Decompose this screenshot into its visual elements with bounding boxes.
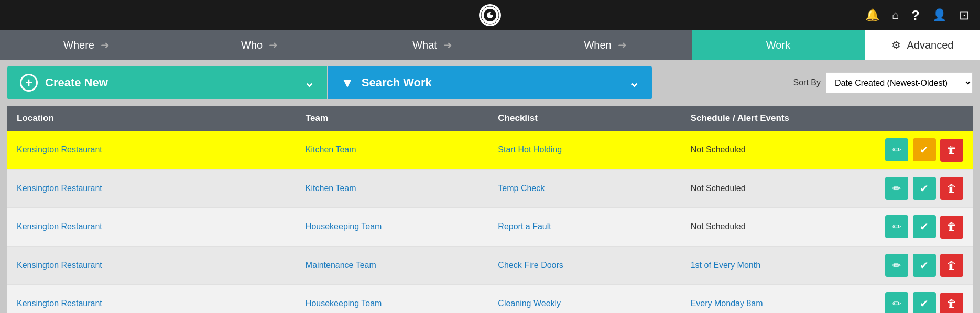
table-row: Kensington Restaurant Housekeeping Team … — [7, 208, 973, 247]
search-work-label: Search Work — [362, 76, 432, 90]
step-who-arrow: ➜ — [269, 39, 278, 51]
toolbar: + Create New ⌄ ▼ Search Work ⌄ Sort By D… — [0, 60, 980, 106]
plus-icon: + — [20, 74, 38, 92]
search-chevron-icon: ⌄ — [629, 75, 639, 90]
create-new-label: Create New — [45, 76, 108, 90]
approve-button[interactable]: ✔ — [913, 292, 936, 313]
col-schedule: Schedule / Alert Events — [681, 106, 874, 131]
cell-team[interactable]: Housekeeping Team — [296, 285, 488, 314]
step-who[interactable]: Who ➜ — [173, 30, 346, 60]
step-when-arrow: ➜ — [618, 39, 627, 51]
step-what-arrow: ➜ — [443, 39, 452, 51]
step-advanced-label: Advanced — [907, 39, 954, 51]
step-work[interactable]: Work — [692, 30, 865, 60]
cell-location[interactable]: Kensington Restaurant — [7, 285, 296, 314]
cell-location[interactable]: Kensington Restaurant — [7, 246, 296, 285]
approve-button[interactable]: ✔ — [913, 215, 936, 238]
home-icon[interactable]: ⌂ — [892, 8, 899, 22]
cell-location[interactable]: Kensington Restaurant — [7, 208, 296, 247]
logo — [479, 4, 501, 26]
table-header-row: Location Team Checklist Schedule / Alert… — [7, 106, 973, 131]
sort-select[interactable]: Date Created (Newest-Oldest) Date Create… — [826, 72, 973, 93]
user-icon[interactable]: 👤 — [932, 8, 946, 22]
cell-schedule[interactable]: Every Monday 8am — [681, 285, 874, 314]
approve-button[interactable]: ✔ — [913, 177, 936, 200]
edit-button[interactable]: ✏ — [885, 215, 908, 238]
filter-icon: ▼ — [341, 75, 354, 91]
sort-section: Sort By Date Created (Newest-Oldest) Dat… — [793, 72, 973, 93]
col-actions — [874, 106, 973, 131]
table-row: Kensington Restaurant Kitchen Team Start… — [7, 131, 973, 169]
col-team: Team — [296, 106, 488, 131]
step-where-arrow: ➜ — [101, 39, 110, 51]
cell-team[interactable]: Maintenance Team — [296, 246, 488, 285]
cell-actions: ✏ ✔ 🗑 — [874, 208, 973, 247]
edit-button[interactable]: ✏ — [885, 138, 908, 161]
step-where-label: Where — [63, 39, 94, 51]
top-bar-icons: 🔔 ⌂ ? 👤 ⊡ — [865, 7, 970, 24]
sort-by-label: Sort By — [793, 78, 821, 87]
cell-checklist[interactable]: Temp Check — [488, 169, 681, 208]
edit-button[interactable]: ✏ — [885, 177, 908, 200]
step-who-label: Who — [241, 39, 263, 51]
approve-button[interactable]: ✔ — [913, 138, 936, 161]
create-chevron-icon: ⌄ — [304, 75, 314, 90]
top-bar: 🔔 ⌂ ? 👤 ⊡ — [0, 0, 980, 30]
cell-team[interactable]: Kitchen Team — [296, 169, 488, 208]
cell-team[interactable]: Housekeeping Team — [296, 208, 488, 247]
table-container: Location Team Checklist Schedule / Alert… — [0, 106, 980, 313]
svg-point-3 — [490, 12, 493, 15]
cell-checklist[interactable]: Check Fire Doors — [488, 246, 681, 285]
edit-button[interactable]: ✏ — [885, 292, 908, 313]
col-checklist: Checklist — [488, 106, 681, 131]
step-advanced[interactable]: ⚙ Advanced — [865, 30, 980, 60]
gear-icon: ⚙ — [891, 39, 901, 51]
col-location: Location — [7, 106, 296, 131]
delete-button[interactable]: 🗑 — [940, 216, 963, 239]
step-nav: Where ➜ Who ➜ What ➜ When ➜ Work ⚙ Advan… — [0, 30, 980, 60]
delete-button[interactable]: 🗑 — [940, 293, 963, 314]
step-what[interactable]: What ➜ — [346, 30, 519, 60]
delete-button[interactable]: 🗑 — [940, 177, 963, 200]
cell-location[interactable]: Kensington Restaurant — [7, 169, 296, 208]
step-where[interactable]: Where ➜ — [0, 30, 173, 60]
cell-schedule[interactable]: 1st of Every Month — [681, 246, 874, 285]
step-what-label: What — [412, 39, 437, 51]
cell-location[interactable]: Kensington Restaurant — [7, 131, 296, 169]
bell-icon[interactable]: 🔔 — [865, 8, 879, 22]
approve-button[interactable]: ✔ — [913, 254, 936, 277]
cell-checklist[interactable]: Start Hot Holding — [488, 131, 681, 169]
cell-actions: ✏ ✔ 🗑 — [874, 285, 973, 314]
step-work-label: Work — [766, 39, 790, 51]
delete-button[interactable]: 🗑 — [940, 254, 963, 277]
create-new-button[interactable]: + Create New ⌄ — [7, 66, 327, 99]
table-row: Kensington Restaurant Maintenance Team C… — [7, 246, 973, 285]
cell-checklist[interactable]: Report a Fault — [488, 208, 681, 247]
logout-icon[interactable]: ⊡ — [959, 8, 970, 23]
cell-checklist[interactable]: Cleaning Weekly — [488, 285, 681, 314]
work-table: Location Team Checklist Schedule / Alert… — [7, 106, 973, 313]
step-when-label: When — [584, 39, 611, 51]
table-row: Kensington Restaurant Kitchen Team Temp … — [7, 169, 973, 208]
help-icon[interactable]: ? — [911, 7, 920, 24]
step-when[interactable]: When ➜ — [519, 30, 692, 60]
delete-button[interactable]: 🗑 — [940, 139, 963, 162]
table-row: Kensington Restaurant Housekeeping Team … — [7, 285, 973, 314]
cell-schedule: Not Scheduled — [681, 169, 874, 208]
cell-actions: ✏ ✔ 🗑 — [874, 169, 973, 208]
search-work-button[interactable]: ▼ Search Work ⌄ — [328, 66, 652, 99]
cell-actions: ✏ ✔ 🗑 — [874, 246, 973, 285]
cell-schedule: Not Scheduled — [681, 208, 874, 247]
edit-button[interactable]: ✏ — [885, 254, 908, 277]
cell-team[interactable]: Kitchen Team — [296, 131, 488, 169]
cell-schedule: Not Scheduled — [681, 131, 874, 169]
cell-actions: ✏ ✔ 🗑 — [874, 131, 973, 169]
